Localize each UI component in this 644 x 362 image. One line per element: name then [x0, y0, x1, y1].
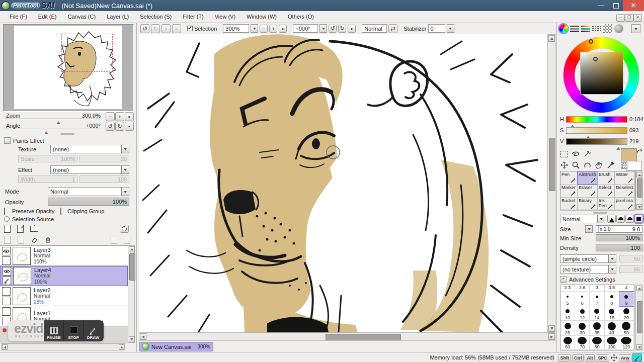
canvas-vscroll-thumb[interactable]: [549, 138, 555, 191]
nav-zoom-out-button[interactable]: −: [106, 112, 115, 121]
value-slider-marker[interactable]: [616, 145, 620, 150]
brush-blend-dropdown-button[interactable]: [597, 215, 605, 223]
draw-button[interactable]: DRAW: [84, 320, 103, 341]
navigator-viewport-rect[interactable]: [61, 34, 113, 72]
nav-rotate-reset-button[interactable]: ▪: [125, 122, 134, 131]
tool-scroll-down-arrow[interactable]: [636, 204, 642, 210]
layer-visibility-toggle[interactable]: [3, 267, 11, 276]
brush-size-cell[interactable]: 20: [619, 306, 634, 321]
panel-drag-handle[interactable]: [60, 133, 74, 135]
layer-paint-indicator[interactable]: [2, 256, 11, 265]
eyedropper-icon[interactable]: [605, 160, 615, 170]
hand-icon[interactable]: [594, 160, 604, 170]
tool-grid-scrollbar[interactable]: [635, 171, 642, 210]
pan-keys-icon[interactable]: [610, 354, 618, 361]
brush-size-cell[interactable]: 12: [575, 306, 590, 321]
maximize-button[interactable]: [609, 0, 623, 11]
edge-square-button[interactable]: [634, 215, 643, 223]
scroll-right-arrow[interactable]: [119, 344, 124, 350]
document-tab[interactable]: New Canvas.sai 300%: [139, 342, 213, 351]
brush-size-cell[interactable]: 3.5: [605, 285, 619, 292]
brush-size-cell[interactable]: 50: [619, 321, 634, 336]
density-slider[interactable]: 100: [596, 244, 642, 251]
hsv-slider-tab-icon[interactable]: [581, 24, 590, 33]
brush-size-cell[interactable]: 60: [560, 336, 575, 350]
scroll-down-arrow[interactable]: [129, 336, 135, 342]
brush-size-cell[interactable]: 4: [619, 285, 634, 292]
layer-opacity-slider[interactable]: 100%: [48, 198, 129, 206]
tool-cell[interactable]: Select: [598, 185, 615, 198]
brush-size-cell[interactable]: 14: [590, 306, 604, 321]
menu-item[interactable]: Others (O): [282, 12, 319, 21]
tool-cell[interactable]: Binary: [578, 198, 598, 211]
rotate-reset-button[interactable]: ▪: [348, 25, 356, 33]
tool-cell[interactable]: Deselect: [615, 185, 635, 198]
angle-dropdown-button[interactable]: [319, 24, 327, 33]
layer-mask-button[interactable]: [120, 225, 129, 233]
tool-cell[interactable]: AirBrush: [578, 171, 598, 185]
new-folder-button[interactable]: [29, 224, 39, 233]
layer-visibility-toggle[interactable]: [2, 247, 11, 255]
navigator-angle-slider-marker[interactable]: [44, 129, 48, 134]
scroll-up-arrow[interactable]: [129, 246, 135, 252]
brush-size-cell[interactable]: 5: [560, 292, 575, 306]
brush-size-cell[interactable]: 2.3: [560, 285, 575, 292]
zoom-out-button[interactable]: −: [260, 25, 268, 33]
saturation-value-square[interactable]: [580, 52, 623, 95]
swatches-tab-icon[interactable]: [603, 24, 612, 33]
canvas-hscroll-thumb[interactable]: [326, 334, 401, 340]
menu-item[interactable]: Window (W): [241, 12, 282, 21]
brush-size-cell[interactable]: 2.6: [575, 285, 590, 292]
menu-item[interactable]: Edit (E): [33, 12, 62, 21]
layer-paint-indicator[interactable]: [2, 297, 11, 305]
nav-zoom-reset-button[interactable]: ▪: [125, 112, 134, 121]
menu-item[interactable]: Filter (T): [177, 12, 209, 21]
angle-combo[interactable]: +000°: [293, 24, 318, 33]
saturation-slider[interactable]: [566, 127, 627, 134]
zoom-in-button[interactable]: +: [269, 25, 277, 33]
foreground-color-swatch[interactable]: [621, 148, 637, 161]
new-linework-layer-button[interactable]: [16, 224, 26, 233]
color-wheel-tab-icon[interactable]: [559, 24, 568, 33]
pen-input-indicator[interactable]: [632, 353, 642, 362]
brush-size-cell[interactable]: 7: [590, 292, 604, 306]
scratchpad-tab-icon[interactable]: [614, 24, 623, 33]
collapse-icon[interactable]: −: [4, 137, 11, 144]
any-key-badge[interactable]: Any: [619, 354, 631, 361]
value-slider[interactable]: [566, 138, 627, 145]
canvas-scroll-down-arrow[interactable]: [548, 325, 555, 332]
brush-size-cell[interactable]: 70: [575, 336, 590, 350]
size-scroll-thumb[interactable]: [637, 301, 642, 333]
brush-size-cell[interactable]: 120: [619, 336, 634, 350]
canvas-scroll-right-arrow[interactable]: [548, 333, 555, 340]
close-button[interactable]: ✕: [623, 0, 644, 11]
brush-size-unit-button[interactable]: [585, 225, 593, 233]
rgb-slider-tab-icon[interactable]: [570, 24, 579, 33]
edge-softer-button[interactable]: [625, 215, 634, 223]
effect-dropdown-button[interactable]: [121, 165, 129, 174]
tool-scroll-up-arrow[interactable]: [636, 172, 642, 177]
zoom-dropdown-button[interactable]: [251, 24, 258, 33]
tool-cell[interactable]: Pen: [560, 171, 578, 185]
canvas-hscrollbar[interactable]: [139, 332, 555, 340]
copy-button[interactable]: ▫: [172, 24, 181, 33]
nav-rotate-ccw-button[interactable]: ↺: [106, 122, 115, 131]
brush-size-cell[interactable]: 80: [590, 336, 604, 350]
tool-cell[interactable]: Eraser: [578, 185, 598, 198]
nav-zoom-in-button[interactable]: +: [115, 112, 124, 121]
canvas-scroll-up-arrow[interactable]: [548, 35, 555, 42]
layer-mode-combo[interactable]: Normal: [48, 187, 121, 196]
tool-cell[interactable]: Marker: [560, 185, 578, 198]
layer-row[interactable]: Layer2 Normal 28%: [0, 286, 128, 306]
zoom-combo[interactable]: 300%: [223, 24, 249, 33]
merge-down-button[interactable]: [16, 235, 26, 244]
nav-rotate-cw-button[interactable]: ↻: [115, 122, 124, 131]
rotate-cw-button[interactable]: ↻: [338, 25, 346, 33]
paints-effect-header[interactable]: − Paints Effect: [4, 137, 44, 144]
tool-cell[interactable]: pixel era: [615, 198, 635, 211]
color-mixer-tab-icon[interactable]: [592, 24, 601, 33]
navigator-zoom-slider[interactable]: [5, 119, 102, 119]
brush-size-cell[interactable]: 35: [590, 321, 604, 336]
size-grid-scrollbar[interactable]: [635, 285, 642, 350]
undo-button[interactable]: ↺: [140, 24, 149, 33]
